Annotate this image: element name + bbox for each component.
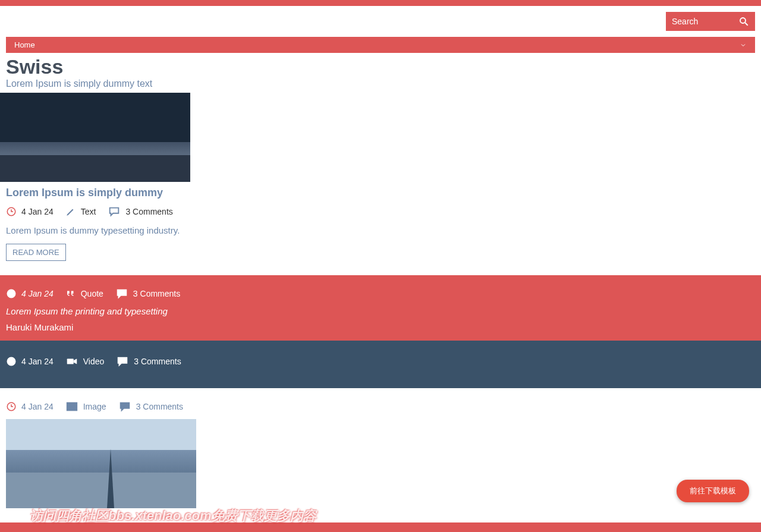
chevron-down-icon[interactable] — [740, 42, 747, 49]
clock-icon — [6, 356, 17, 367]
post2-quote-text: Lorem Ipsum the printing and typesetting — [6, 306, 755, 316]
post2-author: Haruki Murakami — [6, 322, 755, 332]
post3-video: 4 Jan 24 Video 3 Comments — [0, 341, 761, 388]
post3-date: 4 Jan 24 — [21, 357, 54, 366]
svg-point-0 — [740, 18, 746, 23]
svg-rect-5 — [67, 358, 73, 364]
video-icon — [65, 355, 78, 368]
read-more-button[interactable]: READ MORE — [6, 244, 66, 261]
post1-title[interactable]: Lorem Ipsum is simply dummy — [6, 187, 755, 199]
comment-icon — [118, 400, 131, 413]
post4-meta: 4 Jan 24 Image 3 Comments — [6, 400, 755, 413]
site-subtitle: Lorem Ipsum is simply dummy text — [6, 78, 755, 89]
main-content: Swiss Lorem Ipsum is simply dummy text — [0, 55, 761, 89]
top-accent-bar — [0, 0, 761, 6]
post4-type: Image — [83, 402, 106, 411]
comment-icon — [116, 355, 129, 368]
post4-comments[interactable]: 3 Comments — [136, 402, 183, 411]
post1: Lorem Ipsum is simply dummy 4 Jan 24 Tex… — [0, 187, 761, 261]
post3-meta: 4 Jan 24 Video 3 Comments — [6, 355, 755, 368]
search-icon[interactable] — [738, 16, 749, 27]
search-wrap — [666, 12, 755, 31]
post4-date: 4 Jan 24 — [21, 402, 54, 411]
post1-type: Text — [81, 207, 96, 216]
post2-meta: 4 Jan 24 Quote 3 Comments — [6, 287, 755, 300]
quote-icon — [65, 288, 76, 299]
post1-meta: 4 Jan 24 Text 3 Comments — [6, 205, 755, 218]
post2-quote: 4 Jan 24 Quote 3 Comments Lorem Ipsum th… — [0, 275, 761, 341]
pencil-icon — [65, 206, 76, 217]
post2-type: Quote — [81, 289, 103, 298]
post4-image-content — [6, 419, 196, 508]
post1-comments[interactable]: 3 Comments — [125, 207, 172, 216]
nav-home[interactable]: Home — [14, 40, 35, 49]
clock-icon — [6, 206, 17, 217]
post2-comments[interactable]: 3 Comments — [133, 289, 180, 298]
post1-date: 4 Jan 24 — [21, 207, 54, 216]
post5-music: 4 Jan 24 Music 3 Comments — [0, 522, 761, 532]
post4-image: 4 Jan 24 Image 3 Comments — [0, 388, 761, 517]
clock-icon — [6, 288, 17, 299]
header — [0, 6, 761, 37]
image-icon — [65, 400, 78, 413]
post1-excerpt: Lorem Ipsum is dummy typesetting industr… — [6, 225, 755, 235]
post1-hero-image — [0, 93, 190, 182]
clock-icon — [6, 401, 17, 412]
comment-icon — [115, 287, 128, 300]
post3-type: Video — [83, 357, 105, 366]
svg-marker-6 — [73, 358, 77, 364]
svg-line-1 — [745, 23, 748, 26]
download-template-button[interactable]: 前往下载模板 — [677, 480, 749, 502]
post2-date: 4 Jan 24 — [21, 289, 54, 298]
comment-icon — [108, 205, 121, 218]
nav-bar: Home — [6, 37, 755, 53]
site-title: Swiss — [6, 55, 755, 78]
post3-comments[interactable]: 3 Comments — [134, 357, 181, 366]
